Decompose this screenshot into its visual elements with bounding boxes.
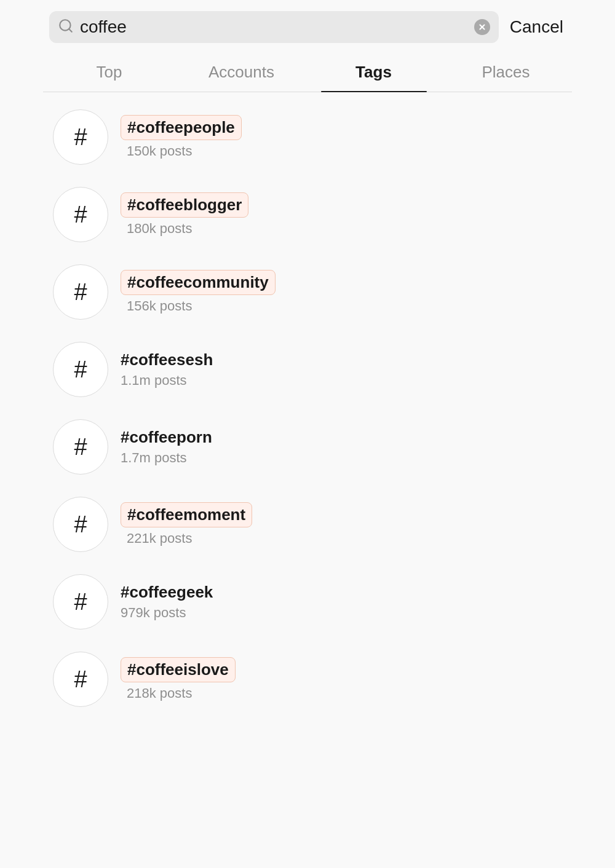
tag-posts: 1.1m posts — [121, 373, 213, 389]
hashtag-icon: # — [74, 668, 87, 691]
list-item[interactable]: # #coffeeislove 218k posts — [43, 641, 572, 718]
search-icon — [58, 18, 74, 36]
search-bar: Cancel — [43, 0, 572, 52]
tag-name: #coffeecommunity — [121, 270, 276, 295]
tag-posts: 180k posts — [121, 221, 248, 237]
hashtag-avatar: # — [53, 264, 108, 320]
tag-name: #coffeegeek — [121, 583, 213, 602]
tag-name: #coffeesesh — [121, 350, 213, 369]
tab-top[interactable]: Top — [43, 52, 175, 92]
hashtag-avatar: # — [53, 187, 108, 242]
list-item[interactable]: # #coffeepeople 150k posts — [43, 98, 572, 176]
tag-posts: 150k posts — [121, 143, 242, 159]
tab-tags[interactable]: Tags — [308, 52, 440, 92]
tag-info: #coffeeislove 218k posts — [121, 657, 236, 701]
tab-accounts[interactable]: Accounts — [175, 52, 308, 92]
cancel-button[interactable]: Cancel — [507, 17, 566, 37]
tabs-container: Top Accounts Tags Places — [43, 52, 572, 92]
hashtag-icon: # — [74, 590, 87, 614]
search-input[interactable] — [80, 17, 468, 37]
list-item[interactable]: # #coffeecommunity 156k posts — [43, 253, 572, 331]
tag-info: #coffeeporn 1.7m posts — [121, 428, 212, 466]
tag-posts: 218k posts — [121, 685, 236, 701]
hashtag-avatar: # — [53, 652, 108, 707]
hashtag-avatar: # — [53, 574, 108, 629]
hashtag-icon: # — [74, 203, 87, 226]
list-item[interactable]: # #coffeegeek 979k posts — [43, 563, 572, 641]
tag-info: #coffeemoment 221k posts — [121, 502, 252, 546]
tag-info: #coffeesesh 1.1m posts — [121, 350, 213, 389]
hashtag-icon: # — [74, 358, 87, 381]
clear-icon[interactable] — [474, 19, 490, 35]
tag-info: #coffeegeek 979k posts — [121, 583, 213, 621]
hashtag-avatar: # — [53, 497, 108, 552]
hashtag-avatar: # — [53, 419, 108, 475]
tag-info: #coffeepeople 150k posts — [121, 115, 242, 159]
list-item[interactable]: # #coffeesesh 1.1m posts — [43, 331, 572, 408]
hashtag-icon: # — [74, 513, 87, 536]
hashtag-icon: # — [74, 125, 87, 149]
tag-posts: 221k posts — [121, 531, 252, 546]
tag-info: #coffeecommunity 156k posts — [121, 270, 276, 314]
tag-name: #coffeeblogger — [121, 192, 248, 218]
tag-name: #coffeepeople — [121, 115, 242, 140]
tab-places[interactable]: Places — [440, 52, 572, 92]
list-item[interactable]: # #coffeemoment 221k posts — [43, 486, 572, 563]
tag-posts: 156k posts — [121, 298, 276, 314]
hashtag-icon: # — [74, 280, 87, 304]
tag-name: #coffeemoment — [121, 502, 252, 527]
app-container: Cancel Top Accounts Tags Places # #coffe… — [31, 0, 584, 724]
hashtag-avatar: # — [53, 342, 108, 397]
list-item[interactable]: # #coffeeblogger 180k posts — [43, 176, 572, 253]
tag-name: #coffeeislove — [121, 657, 236, 682]
tag-posts: 1.7m posts — [121, 450, 212, 466]
hashtag-avatar: # — [53, 109, 108, 165]
list-item[interactable]: # #coffeeporn 1.7m posts — [43, 408, 572, 486]
svg-line-1 — [69, 29, 72, 32]
tag-list: # #coffeepeople 150k posts # #coffeeblog… — [43, 92, 572, 724]
tag-posts: 979k posts — [121, 605, 213, 621]
search-input-wrapper — [49, 11, 499, 43]
tag-name: #coffeeporn — [121, 428, 212, 447]
tag-info: #coffeeblogger 180k posts — [121, 192, 248, 237]
hashtag-icon: # — [74, 435, 87, 459]
